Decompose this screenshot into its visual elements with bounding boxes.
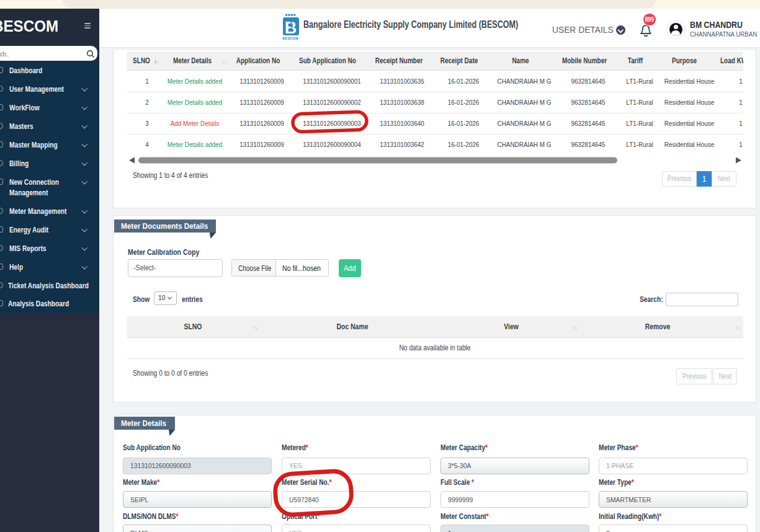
svg-text:BESCOM: BESCOM: [282, 37, 298, 40]
svg-text:B: B: [285, 19, 297, 37]
